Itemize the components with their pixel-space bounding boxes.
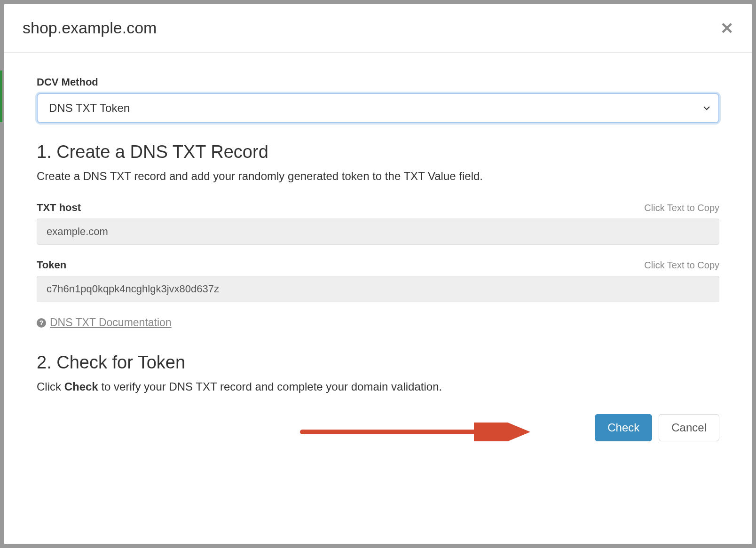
txt-host-label: TXT host bbox=[37, 202, 81, 214]
dcv-method-select-wrapper: DNS TXT Token bbox=[37, 93, 719, 123]
section2-desc-suffix: to verify your DNS TXT record and comple… bbox=[98, 380, 442, 393]
token-label-row: Token Click Text to Copy bbox=[37, 259, 719, 276]
section2-desc-bold: Check bbox=[64, 380, 98, 393]
dcv-method-select[interactable]: DNS TXT Token bbox=[37, 93, 719, 123]
txt-host-value[interactable]: example.com bbox=[37, 219, 719, 245]
section2-heading: 2. Check for Token bbox=[37, 352, 719, 373]
close-icon: ✕ bbox=[720, 19, 733, 37]
modal-header: shop.example.com ✕ bbox=[4, 4, 752, 53]
section2-desc-prefix: Click bbox=[37, 380, 64, 393]
token-value[interactable]: c7h6n1pq0kqpk4ncghlgk3jvx80d637z bbox=[37, 276, 719, 302]
check-button[interactable]: Check bbox=[595, 414, 652, 441]
cancel-button[interactable]: Cancel bbox=[659, 414, 719, 441]
close-button[interactable]: ✕ bbox=[720, 20, 733, 36]
background-fragment bbox=[0, 70, 2, 122]
arrow-annotation bbox=[300, 423, 530, 441]
txt-host-label-row: TXT host Click Text to Copy bbox=[37, 202, 719, 219]
help-icon: ? bbox=[37, 318, 46, 328]
section1-heading: 1. Create a DNS TXT Record bbox=[37, 142, 719, 162]
section2-description: Click Check to verify your DNS TXT recor… bbox=[37, 378, 719, 395]
button-row: Check Cancel bbox=[37, 414, 719, 441]
dcv-method-label: DCV Method bbox=[37, 76, 719, 88]
dcv-modal: shop.example.com ✕ DCV Method DNS TXT To… bbox=[4, 4, 752, 544]
section1-description: Create a DNS TXT record and add your ran… bbox=[37, 168, 719, 185]
doc-link-text: DNS TXT Documentation bbox=[50, 316, 172, 329]
token-label: Token bbox=[37, 259, 66, 271]
modal-title: shop.example.com bbox=[23, 19, 157, 37]
dns-txt-documentation-link[interactable]: ? DNS TXT Documentation bbox=[37, 316, 172, 329]
token-copy-hint: Click Text to Copy bbox=[644, 260, 719, 271]
modal-body: DCV Method DNS TXT Token 1. Create a DNS… bbox=[4, 53, 752, 460]
txt-host-copy-hint: Click Text to Copy bbox=[644, 203, 719, 213]
